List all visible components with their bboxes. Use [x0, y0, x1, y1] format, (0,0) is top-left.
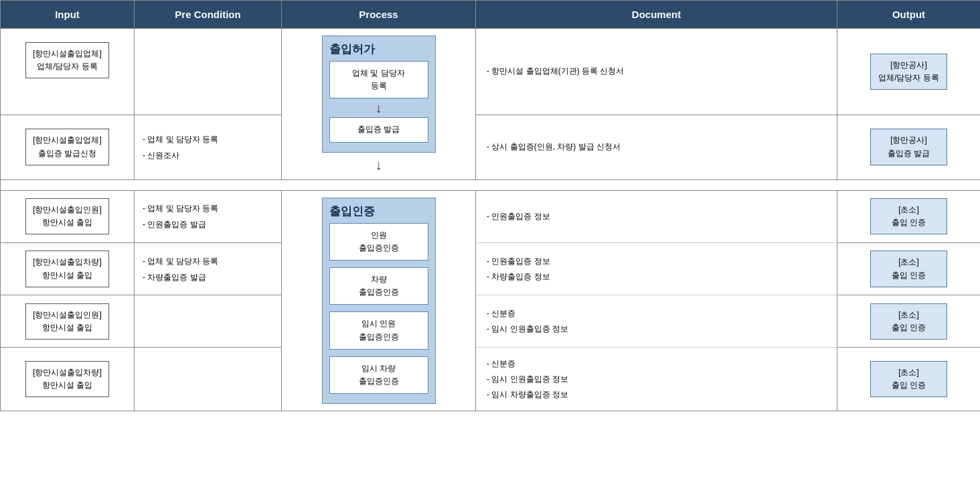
header-document: Document — [476, 1, 837, 29]
precond-4a: 업체 및 담당자 등록 — [143, 253, 273, 269]
doc-4b: 차량출입증 정보 — [487, 269, 826, 285]
doc-5a: 신분증 — [487, 306, 826, 321]
input-box-4: [항만시설출입차량]항만시설 출입 — [25, 250, 109, 287]
process-box-4: 차량출입증인증 — [329, 267, 428, 305]
header-output: Output — [837, 1, 981, 29]
doc-6b: 임시 인원출입증 정보 — [487, 372, 826, 387]
output-box-1: [항만공사]업체/담당자 등록 — [870, 54, 947, 90]
process-group-2-title: 출입인증 — [329, 204, 428, 219]
process-group-1: 출입허가 업체 및 담당자등록 ↓ 출입증 발급 — [322, 35, 436, 153]
precond-3a: 업체 및 담당자 등록 — [143, 200, 273, 216]
header-process: Process — [282, 1, 476, 29]
input-box-1: [항만시설출입업체]업체/담당자 등록 — [25, 42, 109, 78]
process-box-1: 업체 및 담당자등록 — [329, 61, 428, 98]
process-box-6: 임시 차량출입증인증 — [329, 356, 428, 394]
output-box-4: [초소]출입 인증 — [870, 250, 947, 287]
process-group-1-title: 출입허가 — [329, 42, 428, 57]
process-group-2: 출입인증 인원출입증인증 차량출입증인증 임시 인원출입증인증 임시 차량출입증… — [322, 198, 436, 405]
doc-6a: 신분증 — [487, 356, 826, 372]
output-box-3: [초소]출입 인증 — [870, 198, 947, 234]
input-box-3: [항만시설출입인원]항만시설 출입 — [25, 198, 109, 234]
input-box-5: [항만시설출입인원]항만시설 출입 — [25, 303, 109, 340]
header-input: Input — [1, 1, 135, 29]
doc-5b: 임시 인원출입증 정보 — [487, 321, 826, 337]
input-box-6: [항만시설출입차량]항만시설 출입 — [25, 361, 109, 397]
output-box-2: [항만공사]출입증 발급 — [870, 129, 947, 165]
doc-1: 항만시설 출입업체(기관) 등록 신청서 — [487, 64, 826, 79]
precond-2b: 신원조사 — [143, 147, 273, 163]
doc-3: 인원출입증 정보 — [487, 209, 826, 224]
process-box-2: 출입증 발급 — [329, 117, 428, 142]
down-arrow-group1: ↓ — [286, 158, 471, 171]
header-precondition: Pre Condition — [135, 1, 282, 29]
doc-4a: 인원출입증 정보 — [487, 254, 826, 269]
doc-6c: 임시 차량출입증 정보 — [487, 387, 826, 403]
process-box-5: 임시 인원출입증인증 — [329, 311, 428, 349]
output-box-5: [초소]출입 인증 — [870, 303, 947, 340]
doc-2: 상시 출입증(인원, 차량) 발급 신청서 — [487, 139, 826, 155]
output-box-6: [초소]출입 인증 — [870, 361, 947, 397]
down-arrow-1: ↓ — [329, 101, 428, 115]
process-box-3: 인원출입증인증 — [329, 223, 428, 261]
precond-2a: 업체 및 담당자 등록 — [143, 131, 273, 147]
precond-4b: 차량출입증 발급 — [143, 269, 273, 285]
precond-3b: 인원출입증 발급 — [143, 216, 273, 232]
input-box-2: [항만시설출입업체]출입증 발급신청 — [25, 129, 109, 165]
